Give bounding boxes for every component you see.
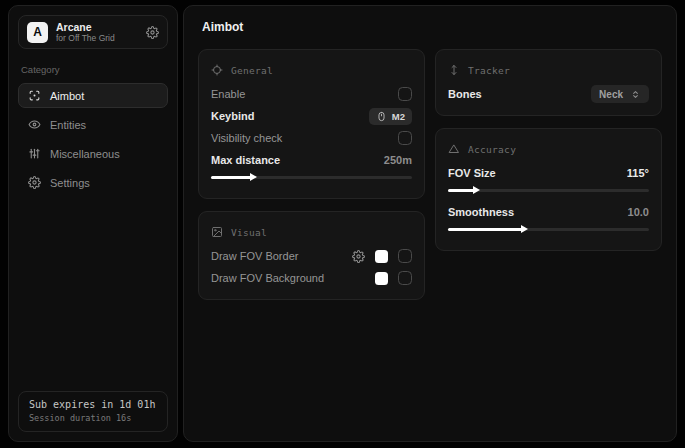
max-distance-label: Max distance (211, 154, 280, 166)
slider-thumb[interactable] (521, 225, 528, 233)
bones-label: Bones (448, 88, 482, 100)
sub-expires-text: Sub expires in 1d 01h (29, 399, 157, 410)
sidebar-item-aimbot[interactable]: Aimbot (18, 83, 168, 108)
card-accuracy-header: Accuracy (448, 136, 649, 162)
keybind-label: Keybind (211, 110, 254, 122)
fov-size-label: FOV Size (448, 167, 496, 179)
row-bones: Bones Neck (448, 83, 649, 105)
enable-label: Enable (211, 88, 245, 100)
mouse-icon (376, 111, 387, 122)
row-enable: Enable (211, 83, 412, 105)
card-title: Visual (231, 227, 267, 238)
card-accuracy: Accuracy FOV Size 115° Smoothness (435, 128, 662, 251)
main-panel: Aimbot General Enable K (183, 5, 677, 442)
slider-fill (448, 228, 524, 231)
smoothness-value: 10.0 (628, 206, 649, 218)
card-visual: Visual Draw FOV Border Draw (198, 211, 425, 300)
fov-size-value: 115° (627, 167, 649, 179)
smoothness-slider[interactable] (448, 224, 649, 234)
slider-thumb[interactable] (250, 173, 257, 181)
sidebar-item-label: Miscellaneous (50, 148, 120, 160)
category-label: Category (21, 64, 165, 75)
card-title: Tracker (468, 65, 510, 76)
visibility-check-checkbox[interactable] (398, 131, 412, 145)
move-vertical-icon (448, 64, 460, 76)
row-visibility-check: Visibility check (211, 127, 412, 149)
app-logo: A (27, 22, 48, 43)
draw-fov-border-checkbox[interactable] (398, 249, 412, 263)
card-tracker: Tracker Bones Neck (435, 49, 662, 116)
brand-card: A Arcane for Off The Grid (18, 15, 168, 49)
sidebar-item-entities[interactable]: Entities (18, 112, 168, 137)
row-draw-fov-background: Draw FOV Background (211, 267, 412, 289)
app-window: A Arcane for Off The Grid Category Aimbo… (0, 0, 685, 448)
session-duration-text: Session duration 16s (29, 413, 157, 423)
bones-selected-value: Neck (599, 89, 623, 100)
sidebar-item-label: Aimbot (50, 90, 84, 102)
row-fov-size: FOV Size 115° (448, 162, 649, 184)
smoothness-label: Smoothness (448, 206, 514, 218)
sidebar-item-label: Settings (50, 177, 90, 189)
sidebar-item-label: Entities (50, 119, 86, 131)
card-title: General (231, 65, 273, 76)
draw-fov-border-label: Draw FOV Border (211, 250, 298, 262)
fov-size-slider[interactable] (448, 185, 649, 195)
sidebar: A Arcane for Off The Grid Category Aimbo… (8, 5, 178, 442)
chevrons-up-down-icon (630, 89, 641, 100)
sliders-icon (28, 147, 41, 160)
fov-border-color-swatch[interactable] (375, 250, 388, 263)
card-general-header: General (211, 57, 412, 83)
bones-dropdown[interactable]: Neck (591, 85, 649, 103)
sidebar-item-settings[interactable]: Settings (18, 170, 168, 195)
sidebar-item-miscellaneous[interactable]: Miscellaneous (18, 141, 168, 166)
draw-fov-background-label: Draw FOV Background (211, 272, 324, 284)
triangle-icon (448, 143, 460, 155)
gear-icon[interactable] (352, 250, 365, 263)
brand-text: Arcane for Off The Grid (56, 21, 138, 44)
slider-fill (448, 189, 476, 192)
row-max-distance: Max distance 250m (211, 149, 412, 171)
slider-thumb[interactable] (473, 186, 480, 194)
card-tracker-header: Tracker (448, 57, 649, 83)
card-title: Accuracy (468, 144, 516, 155)
keybind-value: M2 (392, 111, 405, 122)
fov-background-color-swatch[interactable] (375, 272, 388, 285)
gear-icon (28, 176, 41, 189)
eye-icon (28, 118, 41, 131)
max-distance-value: 250m (384, 154, 412, 166)
page-title: Aimbot (202, 20, 662, 34)
crosshair-icon (211, 64, 223, 76)
card-visual-header: Visual (211, 219, 412, 245)
draw-fov-background-checkbox[interactable] (398, 271, 412, 285)
keybind-button[interactable]: M2 (369, 108, 412, 125)
subscription-card: Sub expires in 1d 01h Session duration 1… (18, 391, 168, 432)
app-subtitle: for Off The Grid (56, 34, 138, 44)
max-distance-slider[interactable] (211, 172, 412, 182)
slider-fill (211, 176, 253, 179)
app-title: Arcane (56, 21, 138, 33)
gear-icon[interactable] (146, 26, 159, 39)
row-smoothness: Smoothness 10.0 (448, 201, 649, 223)
row-draw-fov-border: Draw FOV Border (211, 245, 412, 267)
row-keybind: Keybind M2 (211, 105, 412, 127)
crosshair-icon (28, 89, 41, 102)
image-icon (211, 226, 223, 238)
visibility-check-label: Visibility check (211, 132, 282, 144)
card-general: General Enable Keybind M2 (198, 49, 425, 199)
enable-checkbox[interactable] (398, 87, 412, 101)
